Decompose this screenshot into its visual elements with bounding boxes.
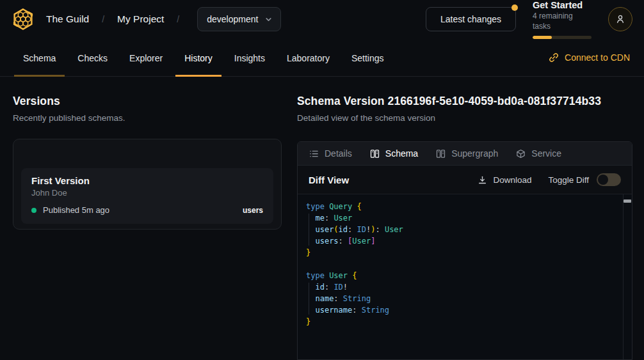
detail-tab-supergraph[interactable]: Supergraph: [436, 148, 498, 159]
diff-view-toolbar: Diff View Download Toggle Diff: [298, 166, 632, 194]
breadcrumb-project[interactable]: My Project: [117, 13, 164, 25]
list-icon: [309, 149, 319, 159]
versions-card: First Version John Doe Published 5m ago …: [13, 139, 282, 230]
breadcrumb-separator: /: [99, 14, 107, 24]
version-author: John Doe: [31, 188, 263, 198]
notification-dot: [511, 4, 518, 11]
nav-tab-schema[interactable]: Schema: [14, 38, 65, 76]
code-lines: type Query { me: User user(id: ID!): Use…: [306, 201, 615, 327]
detail-tab-schema[interactable]: Schema: [370, 148, 418, 159]
nav-tab-settings[interactable]: Settings: [342, 38, 393, 76]
connect-to-cdn-label: Connect to CDN: [565, 52, 630, 63]
versions-subtitle: Recently published schemas.: [13, 113, 282, 123]
main-content: Versions Recently published schemas. Fir…: [0, 77, 644, 360]
get-started-widget[interactable]: Get Started 4 remaining tasks: [533, 0, 592, 39]
columns-icon: [436, 149, 446, 159]
switch-knob: [598, 175, 608, 185]
columns-icon: [370, 149, 380, 159]
app-header: The Guild / My Project / development Lat…: [0, 0, 644, 38]
nav-tab-laboratory[interactable]: Laboratory: [278, 38, 339, 76]
main-nav: Schema Checks Explorer History Insights …: [0, 38, 644, 77]
download-button[interactable]: Download: [478, 175, 531, 185]
connect-to-cdn-button[interactable]: Connect to CDN: [549, 38, 630, 76]
versions-title: Versions: [13, 95, 282, 108]
target-selector[interactable]: development: [197, 7, 281, 31]
toggle-diff-label: Toggle Diff: [548, 175, 589, 185]
version-name: First Version: [31, 175, 263, 186]
get-started-subtitle: 4 remaining tasks: [533, 11, 592, 31]
person-icon: [615, 13, 626, 25]
version-detail-title: Schema Version 2166196f-5e10-4059-bd0a-0…: [297, 95, 632, 108]
indent-guide: [309, 214, 309, 246]
versions-panel: Versions Recently published schemas. Fir…: [13, 95, 282, 360]
hive-logo-icon[interactable]: [10, 6, 36, 32]
cube-icon: [516, 149, 526, 159]
indent-guide: [309, 283, 309, 315]
editor-scrollbar-track: [623, 194, 624, 359]
nav-tab-checks[interactable]: Checks: [68, 38, 117, 76]
nav-tab-explorer[interactable]: Explorer: [120, 38, 172, 76]
latest-changes-label: Latest changes: [440, 14, 501, 24]
detail-tab-service[interactable]: Service: [516, 148, 561, 159]
breadcrumb-separator: /: [174, 14, 182, 24]
toggle-diff-switch[interactable]: [597, 173, 621, 186]
version-service-badge: users: [243, 206, 263, 215]
version-detail-panel: Schema Version 2166196f-5e10-4059-bd0a-0…: [297, 95, 632, 360]
editor-scrollbar-thumb[interactable]: [624, 200, 631, 203]
schema-code-editor[interactable]: type Query { me: User user(id: ID!): Use…: [298, 194, 632, 359]
user-avatar-button[interactable]: [608, 7, 632, 31]
detail-tabs: Details Schema Supergraph: [298, 142, 632, 166]
version-status: Published 5m ago: [43, 205, 109, 215]
download-icon: [478, 175, 487, 185]
detail-tab-details[interactable]: Details: [309, 148, 352, 159]
get-started-title: Get Started: [533, 0, 592, 11]
nav-tab-history[interactable]: History: [175, 38, 221, 76]
version-list-item[interactable]: First Version John Doe Published 5m ago …: [21, 168, 273, 224]
nav-tab-insights[interactable]: Insights: [225, 38, 274, 76]
chevron-down-icon: [264, 15, 273, 24]
target-selector-value: development: [207, 14, 258, 24]
breadcrumb-org[interactable]: The Guild: [46, 13, 89, 25]
link-icon: [549, 52, 559, 63]
version-detail-box: Details Schema Supergraph: [297, 141, 632, 360]
latest-changes-button[interactable]: Latest changes: [426, 7, 516, 31]
version-detail-subtitle: Detailed view of the schema version: [297, 113, 632, 123]
diff-view-title: Diff View: [309, 175, 349, 185]
published-status-dot: [31, 208, 36, 213]
